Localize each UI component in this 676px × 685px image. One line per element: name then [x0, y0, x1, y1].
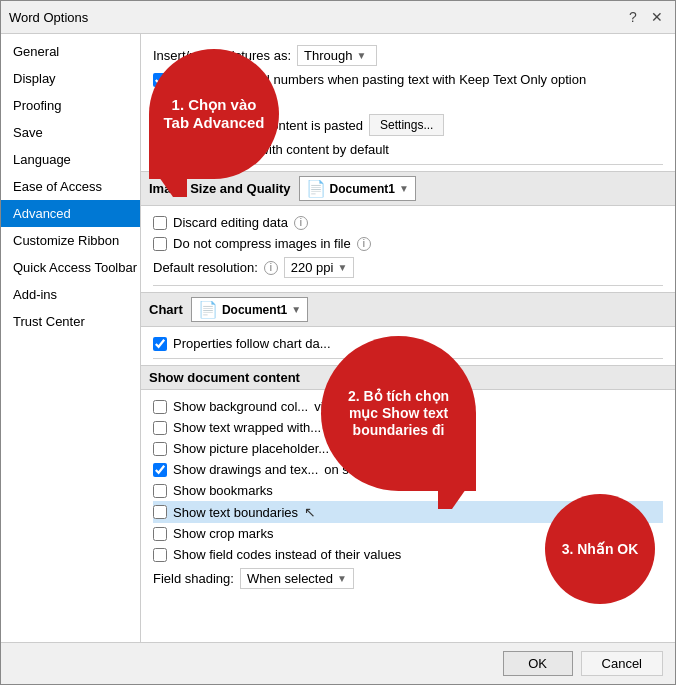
nocompress-row: Do not compress images in file i: [153, 233, 663, 254]
settings-button[interactable]: Settings...: [369, 114, 444, 136]
sidebar-item-ease[interactable]: Ease of Access: [1, 173, 140, 200]
discard-row: Discard editing data i: [153, 212, 663, 233]
keep-bullets-label: Keep bullets and numbers when pasting te…: [173, 72, 586, 87]
properties-row: Properties follow chart da...: [153, 333, 663, 354]
image-section-header: Image Size and Quality 📄 Document1 ▼: [141, 171, 675, 206]
show-section-label: Show document content: [149, 370, 300, 385]
showbg-label: Show background col...: [173, 399, 308, 414]
showtext-label: Show text wrapped with...: [173, 420, 321, 435]
key-paste-text: key for paste: [173, 93, 247, 108]
dialog-footer: OK Cancel: [1, 642, 675, 684]
sidebar-item-general[interactable]: General: [1, 38, 140, 65]
smart-style-row: ns button when content is pasted Setting…: [153, 111, 663, 139]
insert-paste-dropdown[interactable]: Through ▼: [297, 45, 377, 66]
doc-icon: 📄: [306, 179, 326, 198]
showbg-checkbox[interactable]: [153, 400, 167, 414]
sidebar-item-ribbon[interactable]: Customize Ribbon: [1, 227, 140, 254]
sidebar-item-addins[interactable]: Add-ins: [1, 281, 140, 308]
resolution-info-icon[interactable]: i: [264, 261, 278, 275]
showbookmarks-label: Show bookmarks: [173, 483, 273, 498]
sidebar-item-quick-access[interactable]: Quick Access Toolbar: [1, 254, 140, 281]
content-area: Insert/paste pictures as: Through ▼ Keep…: [141, 34, 675, 642]
resolution-label: Default resolution:: [153, 260, 258, 275]
discard-info-icon[interactable]: i: [294, 216, 308, 230]
nocompress-info-icon[interactable]: i: [357, 237, 371, 251]
dialog-body: General Display Proofing Save Language E…: [1, 34, 675, 642]
dialog-title: Word Options: [9, 10, 88, 25]
fieldshading-dropdown[interactable]: When selected ▼: [240, 568, 354, 589]
interact-row: elect and interact with content by defau…: [153, 139, 663, 160]
image-section-label: Image Size and Quality: [149, 181, 291, 196]
showcropmarks-checkbox[interactable]: [153, 527, 167, 541]
showdrawings-suffix: on screen: [324, 462, 381, 477]
image-dropdown-arrow-icon: ▼: [399, 183, 409, 194]
sidebar-item-language[interactable]: Language: [1, 146, 140, 173]
insert-paste-row: Insert/paste pictures as: Through ▼: [153, 42, 663, 69]
content-scroll[interactable]: Insert/paste pictures as: Through ▼ Keep…: [141, 34, 675, 642]
chart-section-header: Chart 📄 Document1 ▼: [141, 292, 675, 327]
showpicture-checkbox[interactable]: [153, 442, 167, 456]
showpicture-row: Show picture placeholder...: [153, 438, 663, 459]
keep-bullets-checkbox[interactable]: [153, 73, 167, 87]
showcropmarks-label: Show crop marks: [173, 526, 273, 541]
chart-doc-icon: 📄: [198, 300, 218, 319]
showdrawings-checkbox[interactable]: [153, 463, 167, 477]
fieldshading-label: Field shading:: [153, 571, 234, 586]
chart-dropdown-arrow-icon: ▼: [291, 304, 301, 315]
cursor-icon: ↖: [304, 504, 316, 520]
interact-text: elect and interact with content by defau…: [157, 142, 389, 157]
sidebar-item-display[interactable]: Display: [1, 65, 140, 92]
showtextboundaries-checkbox[interactable]: [153, 505, 167, 519]
resolution-value: 220 ppi: [291, 260, 334, 275]
dropdown-arrow-icon: ▼: [356, 50, 366, 61]
show-section-header: Show document content: [141, 365, 675, 390]
smart-style-text: ns button when content is pasted: [173, 118, 363, 133]
properties-checkbox[interactable]: [153, 337, 167, 351]
image-doc-label: Document1: [330, 182, 395, 196]
sidebar-item-trust[interactable]: Trust Center: [1, 308, 140, 335]
insert-paste-label: Insert/paste pictures as:: [153, 48, 291, 63]
cancel-button[interactable]: Cancel: [581, 651, 663, 676]
showcropmarks-row: Show crop marks: [153, 523, 663, 544]
title-bar: Word Options ? ✕: [1, 1, 675, 34]
showbg-row: Show background col... view: [153, 396, 663, 417]
chart-doc-dropdown[interactable]: 📄 Document1 ▼: [191, 297, 308, 322]
chart-doc-label: Document1: [222, 303, 287, 317]
showpicture-label: Show picture placeholder...: [173, 441, 329, 456]
showtextboundaries-row: Show text boundaries ↖: [153, 501, 663, 523]
title-controls: ? ✕: [623, 7, 667, 27]
showtext-checkbox[interactable]: [153, 421, 167, 435]
showbookmarks-checkbox[interactable]: [153, 484, 167, 498]
showdrawings-label: Show drawings and tex...: [173, 462, 318, 477]
keep-bullets-row: Keep bullets and numbers when pasting te…: [153, 69, 663, 90]
showfieldcodes-checkbox[interactable]: [153, 548, 167, 562]
sidebar-item-proofing[interactable]: Proofing: [1, 92, 140, 119]
resolution-dropdown-arrow-icon: ▼: [337, 262, 347, 273]
ok-button[interactable]: OK: [503, 651, 573, 676]
properties-label: Properties follow chart da...: [173, 336, 331, 351]
fieldshading-dropdown-arrow-icon: ▼: [337, 573, 347, 584]
nocompress-checkbox[interactable]: [153, 237, 167, 251]
discard-checkbox[interactable]: [153, 216, 167, 230]
sidebar-item-save[interactable]: Save: [1, 119, 140, 146]
close-button[interactable]: ✕: [647, 7, 667, 27]
fieldshading-value: When selected: [247, 571, 333, 586]
showbg-suffix: view: [314, 399, 340, 414]
discard-label: Discard editing data: [173, 215, 288, 230]
fieldshading-row: Field shading: When selected ▼: [153, 565, 663, 592]
sidebar: General Display Proofing Save Language E…: [1, 34, 141, 642]
resolution-dropdown[interactable]: 220 ppi ▼: [284, 257, 355, 278]
showtextboundaries-label: Show text boundaries: [173, 505, 298, 520]
showfieldcodes-row: Show field codes instead of their values: [153, 544, 663, 565]
help-button[interactable]: ?: [623, 7, 643, 27]
key-paste-row: key for paste: [153, 90, 663, 111]
word-options-dialog: Word Options ? ✕ General Display Proofin…: [0, 0, 676, 685]
showbookmarks-row: Show bookmarks: [153, 480, 663, 501]
resolution-row: Default resolution: i 220 ppi ▼: [153, 254, 663, 281]
image-doc-dropdown[interactable]: 📄 Document1 ▼: [299, 176, 416, 201]
showdrawings-row: Show drawings and tex... on screen: [153, 459, 663, 480]
nocompress-label: Do not compress images in file: [173, 236, 351, 251]
sidebar-item-advanced[interactable]: Advanced: [1, 200, 140, 227]
chart-section-label: Chart: [149, 302, 183, 317]
showfieldcodes-label: Show field codes instead of their values: [173, 547, 401, 562]
